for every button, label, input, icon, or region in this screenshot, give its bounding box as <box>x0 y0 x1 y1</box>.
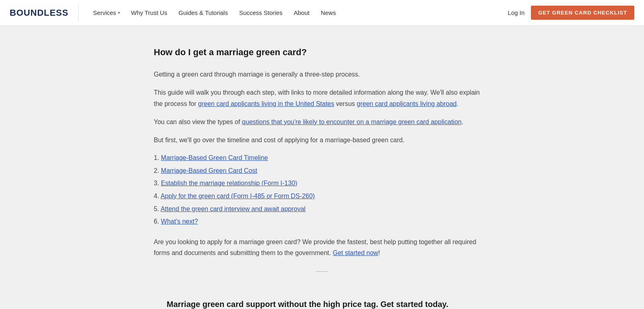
toc-link-3[interactable]: Establish the marriage relationship (For… <box>161 180 297 187</box>
login-link[interactable]: Log In <box>508 8 525 18</box>
toc-item-6: 6. What's next? <box>154 216 490 227</box>
bottom-cta-title: Marriage green card support without the … <box>167 298 477 309</box>
nav-item-why-trust-us[interactable]: Why Trust Us <box>126 5 172 21</box>
toc-link-6[interactable]: What's next? <box>161 218 198 225</box>
nav-item-about[interactable]: About <box>289 5 314 21</box>
nav-item-about-label: About <box>294 8 310 18</box>
paragraph-5: Are you looking to apply for a marriage … <box>154 236 490 258</box>
nav-item-services[interactable]: Services ▾ <box>88 5 125 21</box>
nav-item-success-stories[interactable]: Success Stories <box>234 5 287 21</box>
navbar-right: Log In GET GREEN CARD CHECKLIST <box>508 6 634 20</box>
nav-item-guides-tutorials[interactable]: Guides & Tutorials <box>174 5 233 21</box>
nav-item-why-trust-us-label: Why Trust Us <box>131 8 167 18</box>
paragraph-1: Getting a green card through marriage is… <box>154 69 490 80</box>
link-interview-questions[interactable]: questions that you're likely to encounte… <box>242 118 462 125</box>
chevron-down-icon: ▾ <box>118 10 120 16</box>
article-content: How do I get a marriage green card? Gett… <box>141 26 503 309</box>
link-get-started-now[interactable]: Get started now <box>333 249 378 256</box>
toc-link-4[interactable]: Apply for the green card (Form I-485 or … <box>161 193 315 199</box>
navbar: BOUNDLESS Services ▾ Why Trust Us Guides… <box>0 0 644 26</box>
toc-link-1[interactable]: Marriage-Based Green Card Timeline <box>161 154 268 161</box>
toc-item-1: 1. Marriage-Based Green Card Timeline <box>154 153 490 163</box>
section-divider <box>316 271 328 272</box>
article-title: How do I get a marriage green card? <box>154 45 490 59</box>
nav-item-services-label: Services <box>93 8 116 18</box>
table-of-contents: 1. Marriage-Based Green Card Timeline 2.… <box>154 153 490 227</box>
toc-link-5[interactable]: Attend the green card interview and awai… <box>161 205 305 212</box>
toc-item-3: 3. Establish the marriage relationship (… <box>154 178 490 189</box>
link-living-abroad[interactable]: green card applicants living abroad <box>357 100 456 107</box>
toc-item-2: 2. Marriage-Based Green Card Cost <box>154 166 490 176</box>
get-green-card-checklist-button[interactable]: GET GREEN CARD CHECKLIST <box>531 6 634 20</box>
brand-logo[interactable]: BOUNDLESS <box>10 6 68 20</box>
nav-item-news[interactable]: News <box>316 5 341 21</box>
navbar-nav: Services ▾ Why Trust Us Guides & Tutoria… <box>88 5 508 21</box>
toc-item-4: 4. Apply for the green card (Form I-485 … <box>154 191 490 201</box>
paragraph-3: You can also view the types of questions… <box>154 116 490 127</box>
nav-item-news-label: News <box>321 8 336 18</box>
link-living-in-us[interactable]: green card applicants living in the Unit… <box>198 100 334 107</box>
nav-item-success-stories-label: Success Stories <box>239 8 283 18</box>
paragraph-4: But first, we'll go over the timeline an… <box>154 135 490 145</box>
navbar-divider <box>78 5 78 21</box>
paragraph-2: This guide will walk you through each st… <box>154 87 490 109</box>
nav-item-guides-tutorials-label: Guides & Tutorials <box>179 8 228 18</box>
bottom-cta-section: Marriage green card support without the … <box>154 285 490 309</box>
toc-item-5: 5. Attend the green card interview and a… <box>154 204 490 214</box>
article-body: Getting a green card through marriage is… <box>154 69 490 258</box>
toc-link-2[interactable]: Marriage-Based Green Card Cost <box>161 167 257 174</box>
